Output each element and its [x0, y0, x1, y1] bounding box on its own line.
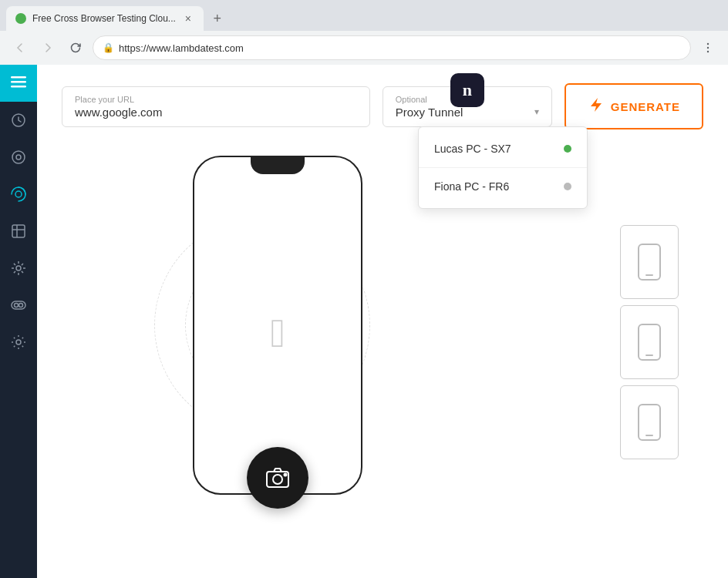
- notch-letter: n: [463, 80, 472, 100]
- dropdown-item-fiona[interactable]: Fiona PC - FR6: [419, 171, 587, 202]
- tunnel-name-lucas: Lucas PC - SX7: [434, 143, 511, 155]
- dropdown-divider: [419, 167, 587, 168]
- main-content: Place your URL www.google.com n Optional…: [37, 65, 728, 578]
- svg-point-13: [15, 304, 19, 307]
- notch-badge: n: [450, 73, 484, 107]
- url-input[interactable]: Place your URL www.google.com: [62, 86, 370, 127]
- status-dot-online: [564, 145, 571, 153]
- new-tab-button[interactable]: +: [207, 8, 228, 29]
- svg-point-0: [707, 43, 709, 45]
- svg-rect-3: [11, 76, 26, 79]
- tab-close-button[interactable]: ×: [182, 12, 194, 25]
- svg-point-9: [15, 191, 22, 197]
- svg-point-11: [16, 266, 21, 271]
- proxy-tunnel-dropdown[interactable]: n Optional Proxy Tunnel ▾: [383, 86, 552, 127]
- browser-menu-button[interactable]: [697, 37, 719, 59]
- sidebar-item-screenshot[interactable]: [0, 176, 37, 213]
- svg-point-14: [19, 304, 23, 307]
- svg-point-15: [16, 340, 21, 344]
- svg-point-18: [273, 475, 282, 484]
- active-tab[interactable]: Free Cross Browser Testing Clou... ×: [6, 6, 204, 31]
- generate-label: GENERATE: [611, 100, 680, 113]
- device-thumb-3[interactable]: [620, 385, 679, 459]
- svg-point-1: [707, 47, 709, 49]
- sidebar-item-recent[interactable]: [0, 102, 37, 139]
- device-thumb-icon-2: [638, 324, 661, 361]
- hamburger-icon[interactable]: [11, 74, 26, 93]
- sidebar-item-realtime[interactable]: [0, 139, 37, 176]
- svg-point-2: [707, 51, 709, 52]
- back-button[interactable]: [9, 37, 31, 59]
- screenshot-button[interactable]: [247, 447, 308, 509]
- svg-point-7: [12, 151, 25, 163]
- url-value: www.google.com: [75, 106, 357, 119]
- sidebar-item-devices[interactable]: [0, 213, 37, 250]
- phone-container: : [170, 156, 362, 495]
- tab-favicon: [15, 13, 26, 24]
- device-thumbnails: [620, 225, 679, 459]
- app-layout: Place your URL www.google.com n Optional…: [0, 65, 728, 578]
- proxy-value: Proxy Tunnel: [396, 106, 463, 119]
- sidebar-item-integrations[interactable]: [0, 250, 37, 287]
- lightning-icon: [588, 96, 605, 117]
- proxy-dropdown-menu: Lucas PC - SX7 Fiona PC - FR6: [418, 126, 588, 209]
- lock-icon: 🔒: [103, 42, 114, 53]
- svg-point-8: [16, 155, 21, 160]
- tab-bar: Free Cross Browser Testing Clou... × +: [0, 0, 728, 31]
- forward-button[interactable]: [37, 37, 59, 59]
- svg-rect-10: [12, 225, 25, 237]
- phone-mockup: : [193, 156, 362, 495]
- browser-chrome: Free Cross Browser Testing Clou... × + 🔒…: [0, 0, 728, 65]
- url-row: Place your URL www.google.com n Optional…: [62, 83, 703, 129]
- sidebar-item-tunnels[interactable]: [0, 287, 37, 324]
- svg-marker-16: [591, 98, 602, 112]
- apple-logo-icon: : [271, 310, 285, 356]
- proxy-value-row: Proxy Tunnel ▾: [396, 106, 539, 119]
- tunnel-name-fiona: Fiona PC - FR6: [434, 180, 509, 193]
- svg-rect-5: [11, 86, 26, 88]
- status-dot-offline: [564, 183, 571, 190]
- refresh-button[interactable]: [65, 37, 86, 59]
- browser-toolbar: 🔒 https://www.lambdatest.com: [0, 31, 728, 65]
- device-thumb-icon-1: [638, 244, 661, 281]
- url-text: https://www.lambdatest.com: [119, 42, 244, 54]
- phone-notch: [251, 157, 305, 174]
- sidebar-top: [0, 65, 37, 102]
- content-area: : [62, 148, 703, 533]
- tab-title: Free Cross Browser Testing Clou...: [32, 13, 176, 24]
- chevron-down-icon: ▾: [534, 106, 539, 117]
- url-label: Place your URL: [75, 95, 357, 104]
- device-thumb-2[interactable]: [620, 305, 679, 379]
- sidebar-item-settings[interactable]: [0, 324, 37, 361]
- sidebar: [0, 65, 37, 578]
- generate-button[interactable]: GENERATE: [565, 83, 703, 129]
- svg-point-19: [285, 474, 287, 476]
- device-thumb-icon-3: [638, 404, 661, 441]
- address-bar[interactable]: 🔒 https://www.lambdatest.com: [93, 35, 691, 60]
- device-thumb-1[interactable]: [620, 225, 679, 299]
- dropdown-item-lucas[interactable]: Lucas PC - SX7: [419, 133, 587, 164]
- svg-rect-4: [11, 81, 26, 83]
